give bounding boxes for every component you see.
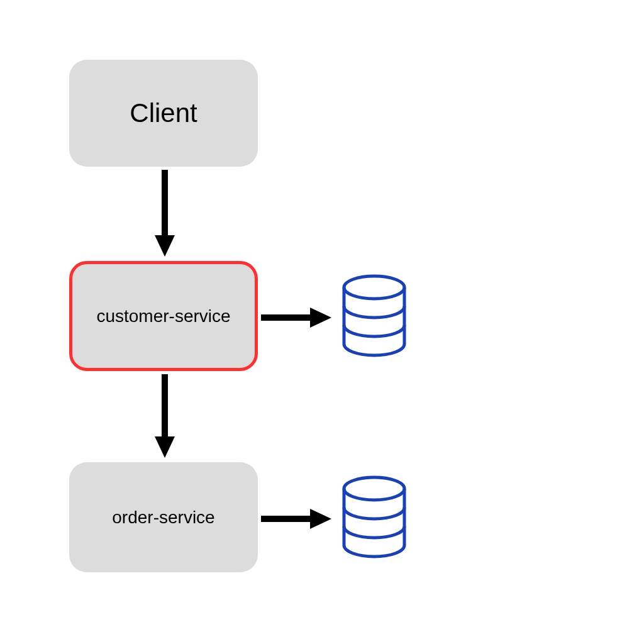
node-customer-service-label: customer-service bbox=[96, 306, 230, 326]
svg-point-9 bbox=[344, 477, 404, 500]
arrow-customer-to-order bbox=[152, 374, 177, 462]
node-client-label: Client bbox=[130, 98, 197, 128]
node-order-service: order-service bbox=[69, 462, 258, 572]
node-order-service-label: order-service bbox=[112, 508, 214, 528]
node-customer-service: customer-service bbox=[69, 261, 258, 371]
svg-marker-3 bbox=[310, 308, 331, 328]
arrow-customer-to-db bbox=[261, 305, 333, 333]
database-icon bbox=[340, 274, 409, 361]
svg-marker-6 bbox=[155, 436, 175, 458]
svg-marker-8 bbox=[310, 509, 331, 529]
database-icon bbox=[340, 475, 409, 562]
node-client: Client bbox=[69, 60, 258, 167]
arrow-order-to-db bbox=[261, 506, 333, 534]
arrow-client-to-customer bbox=[152, 170, 177, 260]
svg-marker-1 bbox=[155, 235, 175, 257]
svg-point-4 bbox=[344, 276, 404, 299]
